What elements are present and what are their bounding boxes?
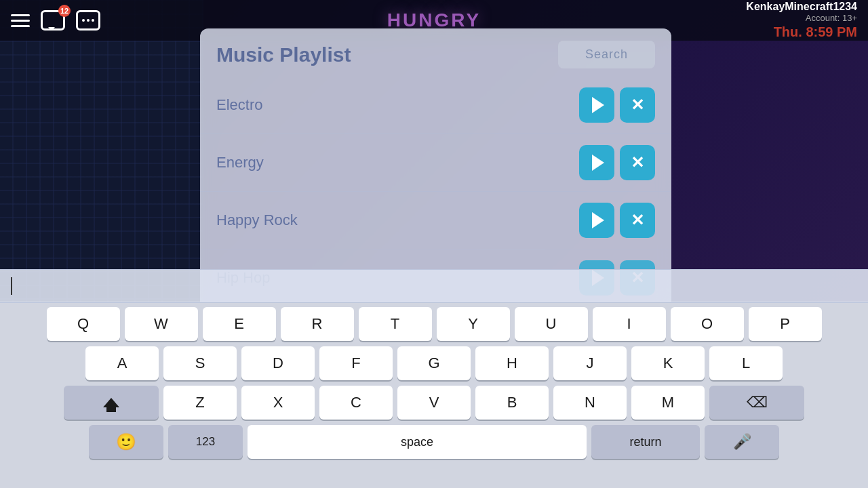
playlist-item-electro: Electro ✕	[200, 77, 671, 134]
play-button-energy[interactable]	[579, 145, 614, 180]
dot1	[82, 19, 85, 22]
playlist-header: Music Playlist Search	[200, 28, 671, 77]
keyboard-row-4: 🙂 123 space return 🎤	[3, 425, 865, 459]
playlist-item-name-happy-rock: Happy Rock	[216, 211, 298, 229]
backspace-icon: ⌫	[747, 394, 768, 411]
key-a[interactable]: A	[85, 346, 159, 380]
key-j[interactable]: J	[553, 346, 627, 380]
playlist-item-controls-happy-rock: ✕	[579, 203, 655, 238]
playlist-item-energy: Energy ✕	[200, 134, 671, 191]
chat-button[interactable]: 12	[41, 10, 65, 30]
key-h[interactable]: H	[475, 346, 549, 380]
key-x[interactable]: X	[241, 386, 315, 420]
keyboard-row-2: A S D F G H J K L	[3, 346, 865, 380]
key-n[interactable]: N	[553, 386, 627, 420]
mic-key[interactable]: 🎤	[705, 425, 779, 459]
key-m[interactable]: M	[631, 386, 705, 420]
playlist-modal: Music Playlist Search Electro ✕ Energy ✕…	[200, 28, 671, 306]
key-i[interactable]: I	[593, 307, 666, 341]
key-y[interactable]: Y	[437, 307, 510, 341]
key-s[interactable]: S	[163, 346, 237, 380]
keyboard-row-1: Q W E R T Y U I O P	[3, 307, 865, 341]
key-g[interactable]: G	[397, 346, 471, 380]
key-r[interactable]: R	[281, 307, 354, 341]
top-bar-left: 12	[11, 10, 100, 30]
text-cursor	[11, 277, 12, 295]
chat-badge: 12	[58, 5, 71, 17]
play-button-happy-rock[interactable]	[579, 203, 614, 238]
numbers-key[interactable]: 123	[168, 425, 243, 459]
backspace-key[interactable]: ⌫	[709, 386, 804, 420]
key-w[interactable]: W	[125, 307, 198, 341]
play-button-electro[interactable]	[579, 87, 614, 123]
shift-key[interactable]	[64, 386, 159, 420]
key-p[interactable]: P	[749, 307, 822, 341]
keyboard: Q W E R T Y U I O P A S D F G H J K L Z …	[0, 302, 868, 488]
key-o[interactable]: O	[671, 307, 744, 341]
chat-dots-button[interactable]	[76, 10, 100, 30]
return-key[interactable]: return	[591, 425, 700, 459]
search-button[interactable]: Search	[558, 41, 655, 68]
playlist-item-controls-energy: ✕	[579, 145, 655, 180]
key-e[interactable]: E	[203, 307, 276, 341]
remove-button-energy[interactable]: ✕	[620, 145, 655, 180]
key-t[interactable]: T	[359, 307, 432, 341]
key-k[interactable]: K	[631, 346, 705, 380]
remove-button-happy-rock[interactable]: ✕	[620, 203, 655, 238]
remove-button-electro[interactable]: ✕	[620, 87, 655, 123]
playlist-item-name-electro: Electro	[216, 96, 262, 114]
space-key[interactable]: space	[248, 425, 587, 459]
dot2	[87, 19, 90, 22]
menu-button[interactable]	[11, 14, 30, 27]
key-v[interactable]: V	[397, 386, 471, 420]
key-f[interactable]: F	[319, 346, 393, 380]
keyboard-row-3: Z X C V B N M ⌫	[3, 386, 865, 420]
playlist-item-controls-electro: ✕	[579, 87, 655, 123]
mic-icon: 🎤	[733, 433, 751, 451]
playlist-item-name-energy: Energy	[216, 154, 264, 171]
datetime: Thu. 8:59 PM	[774, 24, 857, 40]
shift-arrow-icon	[103, 398, 119, 407]
emoji-key[interactable]: 🙂	[89, 425, 163, 459]
key-u[interactable]: U	[515, 307, 588, 341]
playlist-item-happy-rock: Happy Rock ✕	[200, 191, 671, 249]
playlist-title: Music Playlist	[216, 43, 351, 66]
dot3	[92, 19, 94, 22]
account-info: Account: 13+	[806, 13, 857, 23]
key-z[interactable]: Z	[163, 386, 237, 420]
username: KenkayMinecraft1234	[746, 1, 857, 13]
text-input-bar[interactable]	[0, 269, 868, 303]
user-info: KenkayMinecraft1234 Account: 13+ Thu. 8:…	[746, 1, 857, 40]
key-l[interactable]: L	[709, 346, 783, 380]
key-c[interactable]: C	[319, 386, 393, 420]
key-q[interactable]: Q	[47, 307, 120, 341]
key-d[interactable]: D	[241, 346, 315, 380]
key-b[interactable]: B	[475, 386, 549, 420]
